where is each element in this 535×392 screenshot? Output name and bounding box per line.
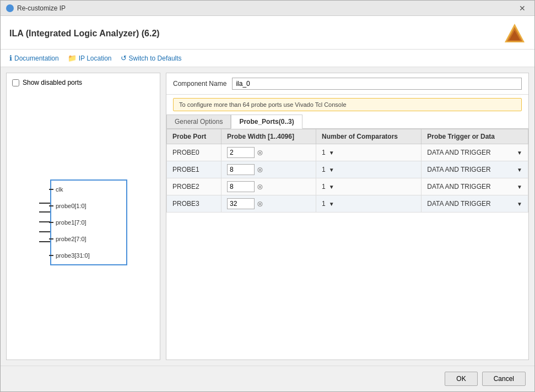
tab-probe-ports-label: Probe_Ports(0..3): [239, 118, 294, 126]
info-icon: ℹ: [9, 54, 12, 62]
component-name-label: Component Name: [173, 80, 226, 88]
dialog-window: Re-customize IP ✕ ILA (Integrated Logic …: [0, 0, 535, 392]
footer: OK Cancel: [1, 366, 534, 391]
diagram-area: clk probe0[1:0] probe1[7:0]: [12, 91, 154, 354]
ip-location-label: IP Location: [79, 55, 112, 62]
title-bar-text: Re-customize IP: [6, 4, 66, 12]
port-probe0: probe0[1:0]: [56, 203, 122, 209]
app-icon: [6, 4, 14, 12]
cell-probe-width[interactable]: ⊗: [221, 178, 316, 195]
tabs-row: General Options Probe_Ports(0..3): [166, 115, 528, 129]
port-probe2: probe2[7:0]: [56, 236, 122, 242]
cell-num-comparators: 1 ▼: [316, 195, 421, 213]
comparator-value: 1: [322, 149, 326, 156]
ok-button[interactable]: OK: [445, 372, 477, 386]
comparator-dropdown-arrow[interactable]: ▼: [329, 184, 334, 190]
component-name-input[interactable]: [232, 78, 522, 90]
clear-width-button[interactable]: ⊗: [257, 166, 263, 173]
info-banner-text: To configure more than 64 probe ports us…: [179, 101, 347, 108]
app-title: ILA (Integrated Logic Analyzer) (6.2): [9, 29, 160, 39]
close-button[interactable]: ✕: [516, 3, 529, 14]
trigger-dropdown-arrow[interactable]: ▼: [517, 167, 522, 173]
comparator-value: 1: [322, 166, 326, 173]
comparator-dropdown-arrow[interactable]: ▼: [329, 150, 334, 156]
cell-probe-port: PROBE0: [167, 144, 221, 161]
col-probe-width: Probe Width [1..4096]: [221, 129, 316, 144]
cell-trigger-or-data[interactable]: DATA AND TRIGGER ▼: [421, 161, 528, 178]
trigger-data-value: DATA AND TRIGGER: [427, 149, 490, 156]
table-row: PROBE0 ⊗ 1 ▼ DATA AND TRIGGER ▼: [167, 144, 528, 161]
probe-width-input[interactable]: [227, 198, 255, 209]
trigger-data-value: DATA AND TRIGGER: [427, 183, 490, 190]
table-row: PROBE1 ⊗ 1 ▼ DATA AND TRIGGER ▼: [167, 161, 528, 178]
cancel-button[interactable]: Cancel: [482, 372, 526, 386]
cell-probe-port: PROBE1: [167, 161, 221, 178]
vivado-logo: [504, 23, 526, 45]
comparator-value: 1: [322, 183, 326, 190]
trigger-dropdown-arrow[interactable]: ▼: [517, 201, 522, 207]
documentation-link[interactable]: ℹ Documentation: [9, 54, 59, 62]
cell-num-comparators: 1 ▼: [316, 178, 421, 195]
trigger-data-value: DATA AND TRIGGER: [427, 166, 490, 173]
right-panel: Component Name To configure more than 64…: [166, 73, 529, 360]
switch-to-defaults-label: Switch to Defaults: [129, 55, 182, 62]
port-probe3: probe3[31:0]: [56, 252, 122, 259]
refresh-icon: ↺: [121, 54, 127, 62]
probe-width-input[interactable]: [227, 147, 255, 158]
show-disabled-ports-row: Show disabled ports: [12, 79, 154, 86]
comparator-dropdown-arrow[interactable]: ▼: [329, 167, 334, 173]
tab-general-options[interactable]: General Options: [166, 115, 231, 129]
block-diagram: clk probe0[1:0] probe1[7:0]: [39, 179, 127, 265]
port-probe1: probe1[7:0]: [56, 219, 122, 226]
cell-probe-width[interactable]: ⊗: [221, 161, 316, 178]
port-clk: clk: [56, 186, 122, 193]
trigger-dropdown-arrow[interactable]: ▼: [517, 150, 522, 156]
probe-width-input[interactable]: [227, 164, 255, 175]
probe-table-container: Probe Port Probe Width [1..4096] Number …: [166, 129, 528, 360]
cell-probe-port: PROBE2: [167, 178, 221, 195]
show-disabled-ports-label: Show disabled ports: [23, 79, 82, 86]
folder-icon: 📁: [68, 54, 77, 62]
col-num-comparators: Number of Comparators: [316, 129, 421, 144]
probe-width-input[interactable]: [227, 181, 255, 192]
title-bar: Re-customize IP ✕: [1, 1, 534, 16]
tab-general-options-label: General Options: [175, 118, 223, 126]
block-box: clk probe0[1:0] probe1[7:0]: [50, 179, 127, 265]
table-row: PROBE2 ⊗ 1 ▼ DATA AND TRIGGER ▼: [167, 178, 528, 195]
clear-width-button[interactable]: ⊗: [257, 200, 263, 208]
clear-width-button[interactable]: ⊗: [257, 183, 263, 190]
probe-table: Probe Port Probe Width [1..4096] Number …: [166, 129, 528, 213]
window-title: Re-customize IP: [17, 4, 66, 12]
comparator-dropdown-arrow[interactable]: ▼: [329, 201, 334, 207]
switch-to-defaults-link[interactable]: ↺ Switch to Defaults: [121, 54, 182, 62]
toolbar: ℹ Documentation 📁 IP Location ↺ Switch t…: [1, 50, 534, 67]
tab-probe-ports[interactable]: Probe_Ports(0..3): [231, 115, 302, 129]
cell-trigger-or-data[interactable]: DATA AND TRIGGER ▼: [421, 144, 528, 161]
info-banner: To configure more than 64 probe ports us…: [173, 98, 522, 111]
cell-trigger-or-data[interactable]: DATA AND TRIGGER ▼: [421, 178, 528, 195]
col-trigger-or-data: Probe Trigger or Data: [421, 129, 528, 144]
cell-num-comparators: 1 ▼: [316, 144, 421, 161]
cell-num-comparators: 1 ▼: [316, 161, 421, 178]
ip-location-link[interactable]: 📁 IP Location: [68, 54, 112, 62]
component-name-row: Component Name: [166, 73, 528, 95]
clear-width-button[interactable]: ⊗: [257, 149, 263, 156]
cell-probe-width[interactable]: ⊗: [221, 195, 316, 213]
cell-probe-port: PROBE3: [167, 195, 221, 213]
left-panel: Show disabled ports: [6, 73, 160, 360]
comparator-value: 1: [322, 200, 326, 208]
header-area: ILA (Integrated Logic Analyzer) (6.2): [1, 16, 534, 50]
trigger-dropdown-arrow[interactable]: ▼: [517, 184, 522, 190]
table-header-row: Probe Port Probe Width [1..4096] Number …: [167, 129, 528, 144]
documentation-label: Documentation: [14, 55, 59, 62]
main-content: Show disabled ports: [1, 67, 534, 366]
cell-probe-width[interactable]: ⊗: [221, 144, 316, 161]
cell-trigger-or-data[interactable]: DATA AND TRIGGER ▼: [421, 195, 528, 213]
table-row: PROBE3 ⊗ 1 ▼ DATA AND TRIGGER ▼: [167, 195, 528, 213]
col-probe-port: Probe Port: [167, 129, 221, 144]
trigger-data-value: DATA AND TRIGGER: [427, 200, 490, 208]
show-disabled-ports-checkbox[interactable]: [12, 79, 19, 86]
